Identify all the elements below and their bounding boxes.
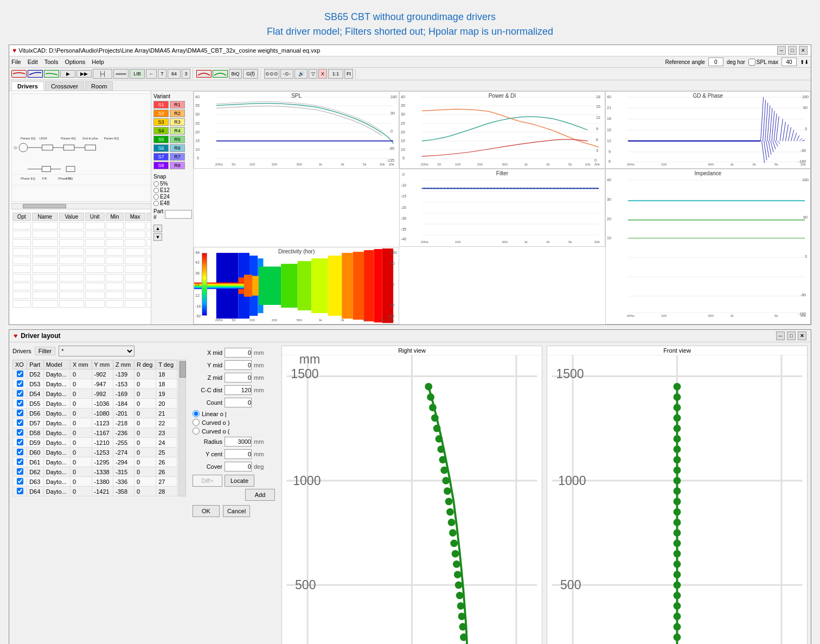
part-input[interactable] [165, 210, 192, 219]
lib-btn[interactable]: LIB [130, 69, 145, 79]
snap-e12[interactable] [153, 188, 159, 193]
driver-table-row[interactable]: D58 Dayto... 0 -1167 -236 0 23 [13, 428, 177, 438]
driver-xo-check[interactable] [13, 487, 27, 496]
variant-s4[interactable]: S4 [153, 127, 169, 135]
driver-xo-check[interactable] [13, 457, 27, 467]
variant-r4[interactable]: R4 [170, 127, 185, 135]
curve-g1[interactable] [213, 70, 228, 78]
driver-xo-check[interactable] [13, 379, 27, 389]
driver-table-row[interactable]: D64 Dayto... 0 -1421 -358 0 28 [13, 487, 177, 496]
y-cent-input[interactable] [225, 449, 252, 459]
menu-edit[interactable]: Edit [28, 59, 38, 65]
t-btn[interactable]: T [158, 69, 166, 79]
z-mid-input[interactable] [225, 373, 252, 382]
driver-table-row[interactable]: D57 Dayto... 0 -1123 -218 0 22 [13, 418, 177, 428]
ft-btn[interactable]: Ft [344, 69, 353, 79]
curved2-radio[interactable] [193, 428, 200, 435]
driver-xo-check[interactable] [13, 399, 27, 409]
down-arrow-btn[interactable]: ▼ [153, 233, 162, 241]
biq-btn[interactable]: BiQ [229, 69, 242, 79]
tab-room[interactable]: Room [85, 81, 113, 91]
driver-xo-check[interactable] [13, 477, 27, 487]
curve-btn-5[interactable]: ▶▶ [76, 70, 92, 78]
cap-btn[interactable]: -⊙- [280, 69, 293, 79]
curve-btn-2[interactable] [28, 70, 43, 78]
driver-table-row[interactable]: D56 Dayto... 0 -1080 -201 0 21 [13, 409, 177, 418]
variant-r7[interactable]: R7 [170, 153, 185, 161]
driver-table-row[interactable]: D61 Dayto... 0 -1295 -294 0 26 [13, 457, 177, 467]
tab-crossover[interactable]: Crossover [45, 81, 84, 91]
driver-table-row[interactable]: D55 Dayto... 0 -1036 -184 0 20 [13, 399, 177, 409]
eq-btn-2[interactable]: ═══ [113, 69, 129, 79]
menu-tools[interactable]: Tools [44, 59, 59, 65]
driver-table-row[interactable]: D60 Dayto... 0 -1253 -274 0 25 [13, 448, 177, 457]
driver-xo-check[interactable] [13, 389, 27, 399]
menu-file[interactable]: File [11, 59, 21, 65]
variant-r1[interactable]: R1 [170, 101, 185, 109]
comp-btn[interactable]: ⊙⊙⊙ [264, 69, 279, 79]
num64-btn[interactable]: 64 [168, 69, 181, 79]
driver-xo-check[interactable] [13, 418, 27, 428]
ref-angle-input[interactable] [708, 58, 723, 66]
variant-s8[interactable]: S8 [153, 162, 169, 169]
snap-e24[interactable] [153, 194, 159, 200]
spl-max-checkbox[interactable] [748, 59, 755, 66]
variant-r6[interactable]: R6 [170, 144, 185, 152]
curve-r1[interactable] [196, 70, 212, 78]
x-mid-input[interactable] [225, 348, 252, 358]
driver-xo-check[interactable] [13, 409, 27, 418]
curve-btn-4[interactable]: ▶ [60, 70, 75, 78]
menu-options[interactable]: Options [65, 59, 85, 65]
driver-table-row[interactable]: D53 Dayto... 0 -947 -153 0 18 [13, 379, 177, 389]
variant-r2[interactable]: R2 [170, 110, 185, 117]
dn-btn[interactable]: ▽ [309, 69, 317, 79]
cover-input[interactable] [225, 462, 252, 471]
driver-table-row[interactable]: D62 Dayto... 0 -1338 -315 0 26 [13, 467, 177, 477]
variant-s6[interactable]: S6 [153, 144, 169, 152]
linear-radio[interactable] [193, 410, 200, 417]
driver-close-button[interactable]: ✕ [798, 331, 806, 340]
curve-btn-3[interactable] [44, 70, 59, 78]
variant-s3[interactable]: S3 [153, 118, 169, 126]
eq-btn-1[interactable]: ├┤ [93, 69, 112, 79]
num3-btn[interactable]: 3 [182, 69, 190, 79]
ok-button[interactable]: OK [193, 505, 220, 517]
driver-table-scrollbar[interactable] [178, 360, 186, 496]
driver-table-row[interactable]: D59 Dayto... 0 -1210 -255 0 24 [13, 438, 177, 448]
driver-xo-check[interactable] [13, 467, 27, 477]
close-button[interactable]: ✕ [799, 46, 808, 55]
variant-s1[interactable]: S1 [153, 101, 169, 109]
curve-btn-1[interactable] [11, 70, 27, 78]
driver-table-row[interactable]: D52 Dayto... 0 -902 -139 0 18 [13, 369, 177, 379]
cc-dist-input[interactable] [225, 385, 252, 395]
count-input[interactable] [225, 398, 252, 407]
spl-max-input[interactable] [781, 58, 797, 66]
y-mid-input[interactable] [225, 360, 252, 370]
filter-select[interactable]: * [59, 346, 134, 356]
arrow-btn[interactable]: ← [146, 69, 157, 79]
cancel-button[interactable]: Cancel [223, 505, 250, 517]
driver-table-row[interactable]: D54 Dayto... 0 -992 -169 0 19 [13, 389, 177, 399]
spl-max-spinner[interactable]: ⬆⬇ [800, 59, 809, 65]
variant-s2[interactable]: S2 [153, 110, 169, 117]
minimize-button[interactable]: ─ [777, 46, 786, 55]
driver-xo-check[interactable] [13, 438, 27, 448]
driver-table-row[interactable]: D63 Dayto... 0 -1380 -336 0 27 [13, 477, 177, 487]
curved1-radio[interactable] [193, 419, 200, 426]
locate-button[interactable]: Locate [225, 475, 254, 487]
driver-xo-check[interactable] [13, 448, 27, 457]
menu-help[interactable]: Help [92, 59, 104, 65]
snap-5pct[interactable] [153, 181, 159, 187]
ratio-btn[interactable]: 1:1 [328, 69, 343, 79]
driver-maximize-button[interactable]: □ [787, 331, 796, 340]
up-arrow-btn[interactable]: ▲ [153, 225, 162, 232]
diff-button[interactable]: Diff+ [193, 475, 222, 487]
variant-r5[interactable]: R5 [170, 136, 185, 143]
add-button[interactable]: Add [245, 489, 275, 501]
driver-minimize-button[interactable]: ─ [776, 331, 785, 340]
drivers-filter-tab[interactable]: Filter [35, 347, 55, 355]
variant-s7[interactable]: S7 [153, 153, 169, 161]
driver-xo-check[interactable] [13, 428, 27, 438]
radius-input[interactable] [225, 437, 252, 447]
variant-r3[interactable]: R3 [170, 118, 185, 126]
